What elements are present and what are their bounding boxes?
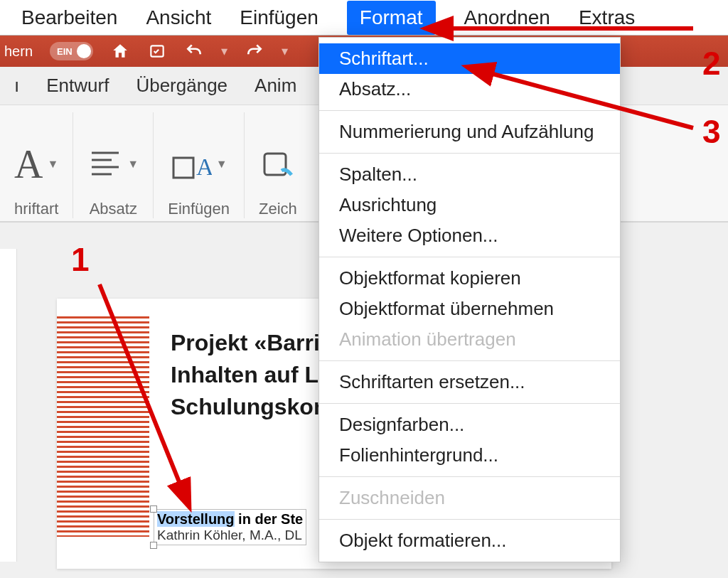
- menu-item-folienhintergrund[interactable]: Folienhintergrund...: [319, 440, 620, 471]
- annotation-number-1: 1: [71, 240, 90, 279]
- ribbon-group-insert[interactable]: A ▼ Einfügen: [154, 112, 245, 218]
- chevron-down-icon: ▼: [127, 158, 139, 171]
- annotation-number-3: 3: [702, 112, 721, 151]
- resize-handle-bottom-left[interactable]: [150, 542, 157, 549]
- paragraph-icon: [87, 149, 123, 180]
- tab-entwurf[interactable]: Entwurf: [46, 75, 109, 97]
- ribbon-group-paragraph[interactable]: ▼ Absatz: [73, 112, 154, 218]
- menu-separator: [319, 476, 620, 477]
- menu-format[interactable]: Format: [347, 1, 436, 35]
- menu-anordnen[interactable]: Anordnen: [464, 6, 550, 29]
- chevron-down-icon: ▼: [216, 158, 228, 171]
- selected-textbox[interactable]: Vorstellung in der Ste Kathrin Köhler, M…: [154, 509, 306, 545]
- ribbon-group-draw[interactable]: Zeich: [245, 112, 311, 218]
- tab-fragment-leading: ı: [14, 75, 19, 97]
- tab-animationen[interactable]: Anim: [255, 75, 296, 97]
- ribbon-group-font-label: hriftart: [14, 200, 58, 218]
- menu-item-objektformat-uebernehmen[interactable]: Objektformat übernehmen: [319, 294, 620, 324]
- textbox-line2[interactable]: Kathrin Köhler, M.A., DL: [157, 528, 303, 543]
- menu-separator: [319, 153, 620, 154]
- tab-uebergaenge[interactable]: Übergänge: [136, 75, 228, 97]
- menu-item-schriftart[interactable]: Schriftart...: [319, 43, 620, 74]
- menu-item-absatz[interactable]: Absatz...: [319, 74, 620, 105]
- annotation-number-2: 2: [702, 44, 721, 82]
- mac-menubar: Bearbeiten Ansicht Einfügen Format Anord…: [0, 0, 728, 36]
- ribbon-group-paragraph-label: Absatz: [90, 200, 137, 218]
- slide-title-line3: Schulungskon: [171, 394, 327, 419]
- chevron-down-icon: ▼: [47, 158, 58, 171]
- menu-item-zuschneiden: Zuschneiden: [319, 483, 620, 513]
- autosave-toggle[interactable]: EIN: [50, 42, 93, 60]
- slide-decor-stripes: [57, 316, 149, 537]
- menu-extras[interactable]: Extras: [579, 6, 635, 29]
- format-menu-dropdown: Schriftart... Absatz... Nummerierung und…: [318, 37, 621, 562]
- menu-separator: [319, 257, 620, 257]
- svg-rect-5: [173, 158, 193, 178]
- ribbon-group-draw-label: Zeich: [259, 200, 297, 218]
- menu-separator: [319, 519, 620, 520]
- selected-text: Vorstellung: [157, 511, 235, 527]
- menu-item-spalten[interactable]: Spalten...: [319, 159, 620, 190]
- menu-item-objektformat-kopieren[interactable]: Objektformat kopieren: [319, 263, 620, 294]
- qat-separator: ▾: [221, 43, 228, 59]
- shapes-icon: A: [171, 146, 212, 182]
- menu-item-animation-uebertragen: Animation übertragen: [319, 324, 620, 355]
- menu-item-objekt-formatieren[interactable]: Objekt formatieren...: [319, 525, 620, 556]
- menu-ansicht[interactable]: Ansicht: [146, 6, 211, 29]
- menu-separator: [319, 110, 620, 111]
- textbox-line1-rest: in der Ste: [235, 511, 304, 527]
- sync-icon[interactable]: [147, 41, 167, 61]
- menu-separator: [319, 403, 620, 404]
- redo-icon[interactable]: [245, 41, 264, 61]
- menu-einfuegen[interactable]: Einfügen: [240, 6, 318, 29]
- qat-save-label-fragment: hern: [0, 43, 33, 60]
- undo-icon[interactable]: [184, 41, 204, 61]
- font-icon: A: [14, 141, 43, 187]
- slide-thumbnail-rail[interactable]: [0, 249, 17, 562]
- svg-text:A: A: [196, 154, 212, 180]
- qat-overflow-icon[interactable]: ▾: [282, 43, 288, 59]
- ribbon-group-font[interactable]: A ▼ hriftart: [0, 112, 73, 218]
- menu-item-schriftarten-ersetzen[interactable]: Schriftarten ersetzen...: [319, 367, 620, 397]
- menu-separator: [319, 360, 620, 361]
- menu-item-ausrichtung[interactable]: Ausrichtung: [319, 190, 620, 220]
- draw-icon: [260, 146, 296, 182]
- slide-title-line1: Projekt «Barrie: [171, 330, 333, 355]
- resize-handle-top-left[interactable]: [150, 505, 157, 513]
- menu-item-weitere-optionen[interactable]: Weitere Optionen...: [319, 220, 620, 251]
- slide-title-line2: Inhalten auf Le: [171, 362, 331, 387]
- menu-item-nummerierung[interactable]: Nummerierung und Aufzählung: [319, 117, 620, 147]
- ribbon-group-insert-label: Einfügen: [168, 200, 230, 218]
- home-icon[interactable]: [110, 41, 130, 61]
- menu-item-designfarben[interactable]: Designfarben...: [319, 410, 620, 440]
- menu-bearbeiten[interactable]: Bearbeiten: [21, 6, 117, 29]
- textbox-line1[interactable]: Vorstellung in der Ste: [157, 511, 303, 528]
